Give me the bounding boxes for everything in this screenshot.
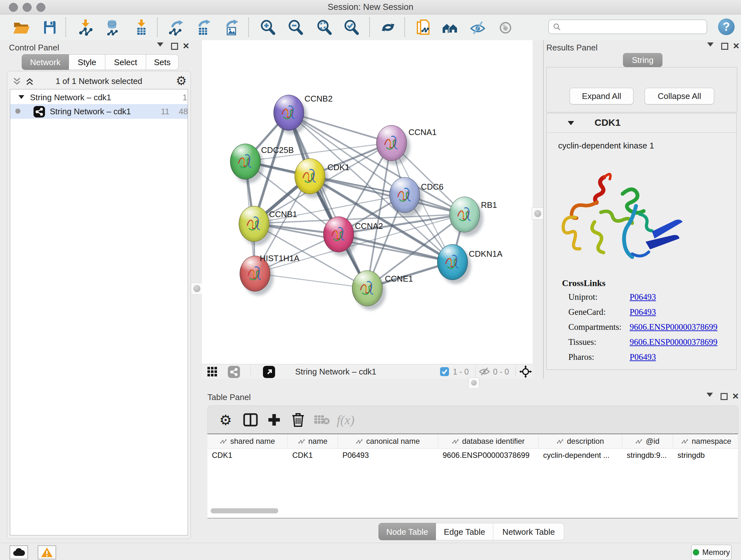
grid-view-icon[interactable] (207, 367, 224, 376)
table-cell[interactable]: P06493 (338, 449, 438, 462)
column-header-name[interactable]: name (288, 434, 338, 448)
network-row-selected[interactable]: String Network – cdk1 11 48 (10, 104, 188, 119)
save-session-button[interactable] (41, 18, 59, 37)
edge-CCNE1-HIST1H1A[interactable] (255, 273, 367, 288)
hide-selected-button[interactable] (469, 18, 487, 37)
selected-checkbox-icon[interactable] (440, 367, 449, 376)
table-cell[interactable]: stringdb:9... (622, 449, 673, 462)
results-panel-float-button[interactable] (721, 43, 728, 51)
network-node-CCNE1[interactable] (352, 270, 383, 306)
delete-column-button[interactable] (289, 411, 307, 429)
table-cell[interactable]: CDK1 (207, 449, 288, 462)
table-row[interactable]: CDK1CDK1P064939606.ENSP00000378699cyclin… (207, 449, 738, 462)
detach-view-icon[interactable] (263, 366, 275, 378)
network-node-CDC25B[interactable] (230, 144, 261, 179)
table-horizontal-scrollbar[interactable] (207, 508, 738, 513)
splitter-handle[interactable] (191, 283, 203, 295)
network-node-RB1[interactable] (449, 197, 480, 233)
column-header-namespace[interactable]: namespace (673, 434, 738, 448)
tab-string[interactable]: String (623, 53, 663, 67)
splitter-handle[interactable] (468, 377, 479, 388)
export-image-button[interactable] (222, 18, 240, 37)
crosslink-link[interactable]: P06493 (630, 307, 656, 317)
column-header-description[interactable]: description (539, 434, 622, 448)
table-cell[interactable]: stringdb (673, 449, 738, 462)
scrollbar-thumb[interactable] (211, 508, 278, 513)
toolbar-search-box[interactable] (548, 19, 707, 34)
open-session-button[interactable] (12, 18, 30, 37)
crosslink-link[interactable]: P06493 (630, 292, 656, 302)
protein-section-header[interactable]: CDK1 (547, 117, 736, 133)
tab-style[interactable]: Style (69, 54, 105, 70)
show-columns-button[interactable] (242, 411, 259, 429)
show-all-button[interactable] (496, 18, 515, 37)
network-node-CCNB2[interactable] (273, 95, 304, 131)
bottom-splitter[interactable] (202, 379, 741, 388)
export-table-button[interactable] (195, 18, 212, 37)
crosslink-link[interactable]: 9606.ENSP00000378699 (630, 337, 718, 347)
tab-edge-table[interactable]: Edge Table (436, 523, 493, 540)
hidden-eye-slash-icon[interactable] (479, 367, 490, 376)
collapse-section-icon[interactable] (568, 121, 574, 125)
memory-button[interactable]: Memory (691, 545, 731, 560)
import-table-button[interactable] (132, 18, 150, 37)
help-button[interactable]: ? (718, 18, 735, 35)
network-collection-row[interactable]: String Network – cdk1 1 (10, 91, 188, 105)
control-panel-menu-button[interactable] (157, 42, 163, 48)
collapse-all-button[interactable]: Collapse All (645, 88, 714, 105)
tab-network-table[interactable]: Network Table (493, 523, 564, 540)
new-network-from-selection-button[interactable] (414, 18, 432, 37)
import-network-database-button[interactable] (104, 18, 122, 37)
table-panel-float-button[interactable] (721, 393, 728, 401)
tree-expand-icon[interactable] (18, 95, 24, 99)
gear-icon[interactable]: ⚙ (176, 74, 187, 88)
tab-sets[interactable]: Sets (146, 54, 179, 70)
right-splitter[interactable] (533, 40, 543, 379)
crosslink-link[interactable]: 9606.ENSP00000378699 (630, 322, 718, 332)
zoom-fit-button[interactable] (315, 18, 333, 37)
control-panel-float-button[interactable] (171, 43, 178, 51)
edge-CCNB2-CCNA1[interactable] (288, 112, 391, 143)
import-network-file-button[interactable] (77, 18, 94, 37)
network-node-CDC6[interactable] (389, 177, 420, 213)
table-cell[interactable]: cyclin-dependent ... (539, 449, 622, 462)
crosslink-link[interactable]: P06493 (630, 352, 656, 362)
network-share-icon[interactable] (227, 366, 240, 378)
control-panel-close-button[interactable]: ✕ (183, 43, 190, 49)
network-node-CCNA1[interactable] (376, 125, 407, 161)
table-cell[interactable]: 9606.ENSP00000378699 (438, 449, 539, 462)
table-panel-close-button[interactable]: ✕ (732, 393, 739, 399)
export-network-button[interactable] (167, 18, 185, 37)
search-input[interactable] (563, 22, 706, 32)
network-node-CDK1[interactable] (294, 159, 325, 194)
network-node-CCNA2[interactable] (323, 216, 354, 252)
create-column-button[interactable] (265, 411, 283, 429)
table-panel-menu-button[interactable] (706, 392, 713, 398)
fit-selected-crosshair-icon[interactable] (519, 365, 532, 378)
warning-status-button[interactable] (38, 545, 56, 559)
tab-node-table[interactable]: Node Table (379, 523, 436, 540)
column-header-canonical-name[interactable]: canonical name (338, 434, 438, 448)
zoom-out-button[interactable] (286, 18, 305, 37)
table-settings-gear-icon[interactable]: ⚙ (217, 411, 234, 429)
column-header-@id[interactable]: @id (622, 434, 673, 448)
results-panel-close-button[interactable]: ✕ (733, 43, 740, 49)
tab-select[interactable]: Select (105, 54, 146, 70)
table-cell[interactable]: CDK1 (288, 449, 338, 462)
network-node-CDKN1A[interactable] (437, 244, 468, 280)
apply-layout-button[interactable] (379, 18, 397, 37)
splitter-handle[interactable] (532, 207, 544, 220)
column-header-database-identifier[interactable]: database identifier (438, 434, 539, 448)
cloud-status-button[interactable] (10, 545, 28, 559)
tab-network[interactable]: Network (22, 54, 69, 70)
left-splitter[interactable] (192, 40, 202, 543)
column-header-shared-name[interactable]: shared name (207, 434, 288, 448)
edge-CCNB2-CCNE1[interactable] (288, 112, 367, 288)
zoom-selected-button[interactable] (342, 18, 360, 37)
network-view-canvas[interactable]: CCNB2CCNA1CDC25BCDK1CDC6RB1CCNB1CCNA2CDK… (202, 40, 533, 364)
expand-all-button[interactable]: Expand All (569, 88, 633, 105)
zoom-in-button[interactable] (259, 18, 277, 37)
first-neighbors-button[interactable] (441, 18, 459, 37)
network-node-CCNB1[interactable] (239, 206, 269, 242)
results-panel-menu-button[interactable] (707, 42, 714, 48)
